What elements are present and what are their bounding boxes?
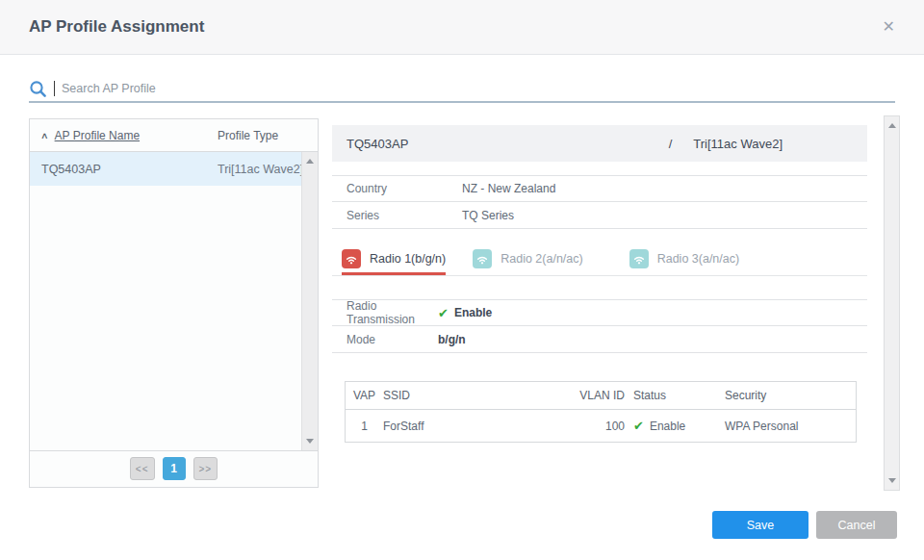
dialog-header: AP Profile Assignment ✕ xyxy=(0,0,924,55)
separator-slash: / xyxy=(669,137,673,151)
wifi-icon xyxy=(473,249,492,268)
scroll-up-icon[interactable] xyxy=(888,123,896,128)
vap-table: VAP SSID VLAN ID Status Security 1 ForSt… xyxy=(345,381,857,443)
radio-tabs: Radio 1(b/g/n) Radio 2(a/n/ac) xyxy=(332,242,867,276)
text-cursor xyxy=(54,81,55,96)
tab-radio-1[interactable]: Radio 1(b/g/n) xyxy=(342,242,446,275)
save-button[interactable]: Save xyxy=(712,511,808,539)
profile-type-cell: Tri[11ac Wave2] xyxy=(218,163,303,176)
column-label[interactable]: AP Profile Name xyxy=(55,129,140,142)
vap-cell: 1 xyxy=(346,420,383,433)
radio-transmission-row: Radio Transmission ✔ Enable xyxy=(332,299,867,326)
column-header-profile-type[interactable]: Profile Type xyxy=(218,129,278,142)
profile-detail-panel: TQ5403AP / Tri[11ac Wave2] Country NZ - … xyxy=(328,115,900,491)
col-status: Status xyxy=(625,389,716,402)
ssid-cell: ForStaff xyxy=(383,420,548,433)
search-icon xyxy=(29,80,47,98)
radio-transmission-label: Radio Transmission xyxy=(346,299,438,326)
tab-label: Radio 1(b/g/n) xyxy=(370,252,446,266)
pagination-next-button[interactable]: >> xyxy=(193,457,218,480)
security-cell: WPA Personal xyxy=(716,420,856,433)
country-value: NZ - New Zealand xyxy=(462,182,555,195)
column-header-ap-profile-name[interactable]: ∧ AP Profile Name xyxy=(41,129,218,142)
pagination-prev-button[interactable]: << xyxy=(130,457,155,480)
detail-scrollbar[interactable] xyxy=(884,115,900,491)
search-input[interactable] xyxy=(62,77,895,100)
col-vlan-id: VLAN ID xyxy=(548,389,625,402)
pagination-page-1-button[interactable]: 1 xyxy=(163,457,186,480)
detail-header-bar: TQ5403AP / Tri[11ac Wave2] xyxy=(332,125,867,162)
status-text: Enable xyxy=(650,420,685,433)
wifi-icon xyxy=(629,249,649,268)
country-row: Country NZ - New Zealand xyxy=(332,175,867,202)
radio-settings-section: Radio Transmission ✔ Enable Mode b/g/n xyxy=(332,299,867,353)
profile-list-panel: ∧ AP Profile Name Profile Type TQ5403AP … xyxy=(29,118,319,488)
tab-label: Radio 2(a/n/ac) xyxy=(500,252,582,266)
check-icon: ✔ xyxy=(633,419,644,433)
sort-asc-icon[interactable]: ∧ xyxy=(40,131,49,140)
series-row: Series TQ Series xyxy=(332,202,867,229)
mode-label: Mode xyxy=(346,333,438,346)
tab-label: Radio 3(a/n/ac) xyxy=(657,252,739,266)
vap-table-row[interactable]: 1 ForStaff 100 ✔ Enable WPA Personal xyxy=(346,410,856,442)
vlan-cell: 100 xyxy=(548,420,625,433)
col-ssid: SSID xyxy=(383,389,548,402)
status-cell: ✔ Enable xyxy=(625,419,716,433)
series-label: Series xyxy=(346,209,462,222)
mode-value: b/g/n xyxy=(438,333,466,346)
detail-profile-name: TQ5403AP xyxy=(346,137,408,151)
profile-detail-content: TQ5403AP / Tri[11ac Wave2] Country NZ - … xyxy=(332,115,867,443)
scroll-down-icon[interactable] xyxy=(306,439,314,444)
profile-name-cell: TQ5403AP xyxy=(41,163,218,176)
mode-row: Mode b/g/n xyxy=(332,326,867,353)
series-value: TQ Series xyxy=(462,209,514,222)
radio-transmission-value: Enable xyxy=(454,306,492,319)
scroll-down-icon[interactable] xyxy=(888,478,896,483)
check-icon: ✔ xyxy=(438,306,449,320)
close-icon[interactable]: ✕ xyxy=(883,19,895,35)
pagination: << 1 >> xyxy=(30,450,318,486)
cancel-button[interactable]: Cancel xyxy=(816,511,897,539)
vap-table-header: VAP SSID VLAN ID Status Security xyxy=(346,382,856,410)
tab-radio-3[interactable]: Radio 3(a/n/ac) xyxy=(629,242,739,275)
detail-profile-type-group: / Tri[11ac Wave2] xyxy=(669,137,853,151)
wifi-icon xyxy=(342,249,361,268)
dialog-title: AP Profile Assignment xyxy=(29,17,204,37)
country-label: Country xyxy=(346,182,462,195)
profile-list: TQ5403AP Tri[11ac Wave2] xyxy=(30,152,318,450)
profile-list-header: ∧ AP Profile Name Profile Type xyxy=(30,119,318,152)
col-vap: VAP xyxy=(346,389,383,402)
col-security: Security xyxy=(716,389,856,402)
list-scrollbar[interactable] xyxy=(301,152,318,450)
info-section: Country NZ - New Zealand Series TQ Serie… xyxy=(332,175,867,229)
detail-profile-type: Tri[11ac Wave2] xyxy=(693,137,783,151)
search-bar xyxy=(29,76,895,103)
scroll-up-icon[interactable] xyxy=(306,159,314,164)
tab-radio-2[interactable]: Radio 2(a/n/ac) xyxy=(473,242,582,275)
profile-row[interactable]: TQ5403AP Tri[11ac Wave2] xyxy=(30,152,318,186)
